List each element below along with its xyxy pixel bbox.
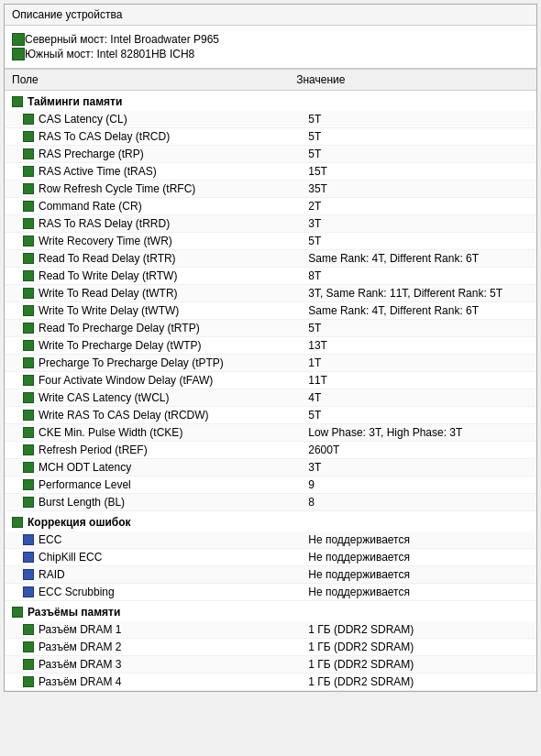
row-value: Не поддерживается [308, 586, 529, 598]
table-row: RAS To RAS Delay (tRRD) 3T [5, 215, 536, 233]
row-value: 15T [308, 165, 529, 178]
table-row: RAID Не поддерживается [5, 566, 536, 584]
row-icon [23, 569, 34, 580]
row-field: CAS Latency (CL) [39, 113, 308, 126]
main-container: Описание устройства Северный мост: Intel… [4, 4, 537, 692]
group-icon [12, 517, 23, 528]
row-icon [23, 236, 34, 247]
row-icon [23, 444, 34, 455]
col-header-field: Поле [12, 73, 296, 86]
row-field: RAS To CAS Delay (tRCD) [39, 130, 308, 143]
row-icon [23, 218, 34, 229]
row-icon [23, 253, 34, 264]
row-value: 3T [308, 217, 529, 230]
row-value: 4T [308, 391, 529, 404]
row-field: Разъём DRAM 1 [39, 623, 308, 636]
group-memory-timings: Тайминги памяти CAS Latency (CL) 5T RAS … [5, 91, 536, 511]
row-value: 1T [308, 356, 529, 369]
row-value: 1 ГБ (DDR2 SDRAM) [308, 641, 529, 653]
row-value: 3T, Same Rank: 11T, Different Rank: 5T [308, 287, 529, 300]
row-field: Performance Level [39, 478, 308, 491]
row-icon [23, 305, 34, 316]
row-icon [23, 201, 34, 212]
chip-icon [12, 33, 25, 46]
row-icon [23, 410, 34, 421]
row-value: Не поддерживается [308, 568, 529, 581]
row-value: 1 ГБ (DDR2 SDRAM) [308, 658, 529, 671]
row-icon [23, 659, 34, 670]
table-row: RAS Precharge (tRP) 5T [5, 146, 536, 163]
row-value: 5T [308, 148, 529, 160]
row-field: ECC [39, 533, 308, 546]
row-field: Burst Length (BL) [39, 496, 308, 509]
row-value: 8T [308, 269, 529, 282]
table-row: Burst Length (BL) 8 [5, 494, 536, 511]
row-field: Command Rate (CR) [39, 200, 308, 213]
row-icon [23, 641, 34, 652]
table-row: CAS Latency (CL) 5T [5, 111, 536, 128]
col-header-value: Значение [296, 73, 529, 86]
device-row-label: Северный мост: Intel Broadwater P965 [25, 33, 219, 46]
row-field: RAID [39, 568, 308, 581]
row-icon [23, 270, 34, 281]
table-row: MCH ODT Latency 3T [5, 459, 536, 477]
table-row: Read To Write Delay (tRTW) 8T [5, 268, 536, 285]
row-icon [23, 340, 34, 351]
table-row: Write RAS To CAS Delay (tRCDW) 5T [5, 407, 536, 424]
group-memory-slots: Разъёмы памяти Разъём DRAM 1 1 ГБ (DDR2 … [5, 601, 536, 691]
row-field: Precharge To Precharge Delay (tPTP) [39, 356, 308, 369]
row-icon [23, 357, 34, 368]
group-label-text: Тайминги памяти [28, 95, 122, 108]
table-row: Four Activate Window Delay (tFAW) 11T [5, 372, 536, 389]
device-desc-section: Северный мост: Intel Broadwater P965Южны… [5, 26, 536, 69]
device-row: Южный мост: Intel 82801HB ICH8 [12, 48, 529, 60]
row-icon [23, 497, 34, 508]
row-field: CKE Min. Pulse Width (tCKE) [39, 426, 308, 439]
row-value: 1 ГБ (DDR2 SDRAM) [308, 675, 529, 688]
group-label-memory-slots: Разъёмы памяти [5, 601, 536, 621]
row-field: RAS To RAS Delay (tRRD) [39, 217, 308, 230]
table-row: Разъём DRAM 2 1 ГБ (DDR2 SDRAM) [5, 639, 536, 656]
groups-container: Тайминги памяти CAS Latency (CL) 5T RAS … [5, 91, 536, 691]
row-field: Разъём DRAM 4 [39, 675, 308, 688]
row-icon [23, 479, 34, 490]
row-icon [23, 288, 34, 299]
row-value: 2T [308, 200, 529, 213]
row-value: 5T [308, 130, 529, 143]
device-desc-header: Описание устройства [5, 5, 536, 26]
table-row: CKE Min. Pulse Width (tCKE) Low Phase: 3… [5, 424, 536, 442]
table-row: ECC Не поддерживается [5, 531, 536, 549]
row-field: ChipKill ECC [39, 551, 308, 564]
row-value: 5T [308, 322, 529, 334]
row-field: RAS Precharge (tRP) [39, 148, 308, 160]
table-row: RAS To CAS Delay (tRCD) 5T [5, 128, 536, 146]
row-icon [23, 462, 34, 473]
row-field: RAS Active Time (tRAS) [39, 165, 308, 178]
table-row: Read To Precharge Delay (tRTP) 5T [5, 320, 536, 337]
device-row: Северный мост: Intel Broadwater P965 [12, 33, 529, 46]
row-icon [23, 183, 34, 194]
row-icon [23, 166, 34, 177]
table-row: Command Rate (CR) 2T [5, 198, 536, 215]
table-row: Refresh Period (tREF) 2600T [5, 442, 536, 459]
row-icon [23, 375, 34, 386]
row-value: Same Rank: 4T, Different Rank: 6T [308, 304, 529, 317]
table-row: Row Refresh Cycle Time (tRFC) 35T [5, 181, 536, 198]
table-row: Write Recovery Time (tWR) 5T [5, 233, 536, 250]
group-label-memory-timings: Тайминги памяти [5, 91, 536, 111]
group-icon [12, 96, 23, 107]
row-field: Разъём DRAM 2 [39, 641, 308, 653]
row-value: 8 [308, 496, 529, 509]
row-value: 13T [308, 339, 529, 352]
table-row: Разъём DRAM 3 1 ГБ (DDR2 SDRAM) [5, 656, 536, 674]
table-row: RAS Active Time (tRAS) 15T [5, 163, 536, 181]
table-row: Performance Level 9 [5, 477, 536, 494]
row-field: Write Recovery Time (tWR) [39, 235, 308, 247]
table-row: Write CAS Latency (tWCL) 4T [5, 389, 536, 407]
row-icon [23, 624, 34, 635]
row-value: 9 [308, 478, 529, 491]
row-value: 2600T [308, 444, 529, 456]
table-row: Write To Read Delay (tWTR) 3T, Same Rank… [5, 285, 536, 302]
row-field: Read To Write Delay (tRTW) [39, 269, 308, 282]
row-icon [23, 676, 34, 687]
